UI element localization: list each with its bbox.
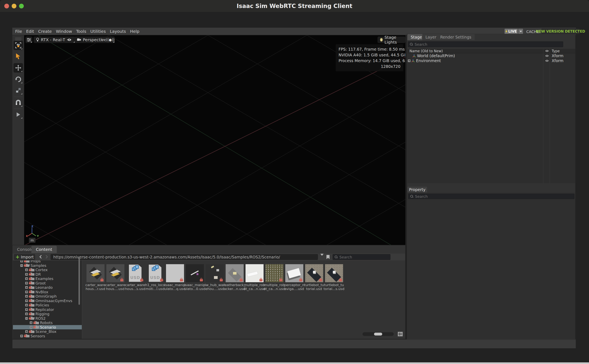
expand-icon[interactable] — [408, 59, 410, 62]
version-status-box[interactable]: NEW VERSION DETECTED — [541, 28, 580, 34]
play-button[interactable] — [13, 110, 23, 119]
file-item[interactable]: carter_warehous...r.usd — [85, 264, 105, 291]
eye-icon[interactable] — [545, 55, 549, 57]
tree-item-samples[interactable]: Samples — [13, 263, 82, 268]
stage-search[interactable] — [408, 41, 563, 47]
slider-handle[interactable] — [374, 333, 382, 336]
menu-edit[interactable]: Edit — [26, 29, 34, 34]
collapse-icon[interactable] — [30, 326, 32, 329]
menu-help[interactable]: Help — [130, 29, 140, 34]
tab-property[interactable]: Property — [408, 187, 427, 192]
grid-view-toggle[interactable] — [398, 332, 403, 336]
tree-item-cortex[interactable]: Cortex — [13, 268, 82, 272]
expand-icon[interactable] — [25, 268, 28, 271]
menu-utilities[interactable]: Utilities — [90, 29, 106, 34]
address-bar[interactable] — [51, 254, 318, 260]
tree-item-ros2[interactable]: ROS2 — [13, 316, 82, 321]
tree-item-groot[interactable]: Groot — [13, 281, 82, 286]
scale-tool-button[interactable] — [13, 86, 23, 95]
menu-file[interactable]: File — [15, 29, 22, 34]
tree-item-nvblox[interactable]: NvBlox — [13, 290, 82, 294]
move-tool-button[interactable] — [13, 63, 23, 72]
expand-icon[interactable] — [25, 286, 28, 289]
stage-search-input[interactable] — [414, 42, 561, 46]
file-item[interactable]: multiple_robot_ca...n.usd — [264, 264, 284, 291]
expand-icon[interactable] — [25, 291, 28, 293]
expand-icon[interactable] — [25, 312, 28, 315]
expand-icon[interactable] — [25, 295, 28, 298]
snap-tool-button[interactable] — [13, 98, 23, 107]
column-name[interactable]: Name (Old to New) — [409, 49, 443, 53]
property-search[interactable] — [408, 194, 575, 199]
tree-item-omnigraph[interactable]: OmniGraph — [13, 294, 82, 299]
property-search-input[interactable] — [415, 194, 573, 199]
live-button[interactable]: LIVE — [505, 29, 518, 34]
select-tool-button[interactable] — [13, 52, 23, 61]
expand-icon[interactable] — [25, 304, 28, 306]
collapse-icon[interactable] — [25, 317, 28, 320]
menu-window[interactable]: Window — [56, 29, 72, 34]
menu-layouts[interactable]: Layouts — [110, 29, 126, 34]
streaming-signal-button[interactable]: ((●)) — [106, 37, 115, 43]
viewport-settings-button[interactable] — [26, 37, 32, 43]
tree-item-leonardo[interactable]: Leonardo — [13, 285, 82, 290]
visibility-button[interactable] — [65, 37, 73, 43]
stage-row-environment[interactable]: Environment Xform — [408, 58, 575, 63]
file-item[interactable]: isaac_manipulato...q.usd — [165, 264, 185, 291]
bookmark-button[interactable] — [326, 255, 330, 259]
file-item[interactable]: multiple_robot_ca...n.usd — [245, 264, 264, 291]
tree-item-scene-blox[interactable]: Scene_Blox — [13, 329, 82, 334]
file-item[interactable]: leatherback_acker...n.usd — [225, 264, 245, 291]
content-search[interactable] — [333, 254, 390, 260]
file-item[interactable]: turtlebot_tutorial.usd — [304, 264, 324, 291]
file-item[interactable]: perceptor_naviga....usd — [284, 264, 304, 291]
expand-icon[interactable] — [20, 260, 23, 262]
tree-scrollbar[interactable] — [78, 258, 80, 305]
expand-icon[interactable] — [25, 282, 28, 285]
tree-item-robots[interactable]: Robots — [13, 321, 82, 325]
tree-item-policies[interactable]: Policies — [13, 303, 82, 307]
expand-icon[interactable] — [30, 321, 32, 324]
selection-mode-button[interactable] — [13, 41, 23, 50]
forward-button[interactable] — [45, 255, 48, 259]
tree-item-scenario[interactable]: Scenario — [13, 325, 82, 330]
collapse-icon[interactable] — [20, 264, 23, 267]
tree-item-sensors[interactable]: Sensors — [13, 334, 82, 338]
tree-item-dr[interactable]: DR — [13, 272, 82, 277]
expand-icon[interactable] — [25, 330, 28, 333]
back-button[interactable] — [39, 255, 43, 259]
menu-tools[interactable]: Tools — [76, 29, 86, 34]
tab-content[interactable]: Content — [31, 246, 57, 253]
content-search-input[interactable] — [339, 255, 388, 259]
viewport-3d[interactable]: RTX - Real-Time Perspective » ((●)) Stag… — [24, 35, 405, 245]
import-button[interactable]: + Import — [14, 254, 35, 260]
column-type[interactable]: Type — [552, 49, 560, 53]
expand-icon[interactable] — [25, 277, 28, 280]
tree-item-rigging[interactable]: Rigging — [13, 312, 82, 316]
stage-lights-button[interactable]: Stage Lights — [377, 37, 405, 43]
file-item[interactable]: isaac_manipulato...0.usd — [185, 264, 205, 291]
thumbnail-size-slider[interactable] — [362, 332, 394, 336]
menu-create[interactable]: Create — [38, 29, 52, 34]
file-item[interactable]: turtlebot_tutorial...s.usd — [324, 264, 344, 291]
address-input[interactable] — [53, 255, 315, 259]
tree-item-props[interactable]: Props — [13, 260, 82, 263]
rotate-tool-button[interactable] — [13, 75, 23, 84]
file-item[interactable]: iw_hub_warehou....usd — [205, 264, 225, 291]
expand-icon[interactable] — [25, 273, 28, 276]
expand-icon[interactable] — [20, 335, 23, 337]
live-dropdown-button[interactable] — [518, 29, 523, 34]
tree-item-examples[interactable]: Examples — [13, 276, 82, 281]
expand-icon[interactable] — [25, 308, 28, 311]
chevron-expand-icon[interactable]: » — [100, 36, 104, 43]
file-item[interactable]: USD carter_warehous...s.usd — [125, 264, 145, 291]
expand-icon[interactable] — [25, 299, 28, 302]
tab-render-settings[interactable]: Render Settings — [437, 34, 475, 40]
file-item[interactable]: USD h1_ros_locomoti...l.usd — [145, 264, 165, 291]
stage-row-world[interactable]: World (defaultPrim) Xform — [408, 53, 575, 58]
file-item[interactable]: carter_warehous....usd — [105, 264, 125, 291]
eye-icon[interactable] — [545, 60, 549, 62]
tree-item-replicator[interactable]: Replicator — [13, 307, 82, 312]
path-dropdown-button[interactable] — [320, 256, 324, 260]
tree-item-omniisaacgymenvs[interactable]: OmniIsaacGymEnvs — [13, 299, 82, 303]
